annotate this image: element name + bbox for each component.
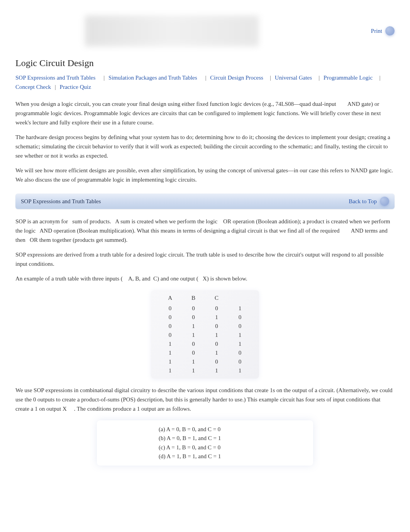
nav-circuit-design[interactable]: Circuit Design Process bbox=[210, 75, 263, 81]
back-to-top-link[interactable]: Back to Top bbox=[349, 198, 377, 205]
table-row: 0010 bbox=[159, 313, 251, 321]
table-row: 1100 bbox=[159, 358, 251, 366]
sop-p3: An example of a truth table with three i… bbox=[15, 274, 395, 283]
cond-d: (d) A = 1, B = 1, and C = 1 bbox=[112, 452, 298, 461]
table-cell: 0 bbox=[206, 322, 227, 330]
table-cell: 1 bbox=[159, 358, 181, 366]
page-title: Logic Circuit Design bbox=[15, 58, 395, 68]
sop-p1: SOP is an acronym for sum of products. A… bbox=[15, 217, 395, 245]
print-link[interactable]: Print bbox=[371, 28, 382, 34]
table-cell: 1 bbox=[159, 340, 181, 348]
col-b: B bbox=[183, 294, 204, 304]
print-section: Print bbox=[371, 26, 395, 36]
section-title: SOP Expressions and Truth Tables bbox=[21, 198, 101, 205]
nav-practice-quiz[interactable]: Practice Quiz bbox=[60, 84, 91, 90]
table-row: 0100 bbox=[159, 322, 251, 330]
print-icon[interactable] bbox=[385, 26, 395, 36]
nav-concept-check[interactable]: Concept Check bbox=[15, 84, 51, 90]
cond-b: (b) A = 0, B = 1, and C = 1 bbox=[112, 434, 298, 443]
nav-universal-gates[interactable]: Universal Gates bbox=[275, 75, 312, 81]
table-cell: 1 bbox=[183, 367, 204, 375]
intro-p2: The hardware design process begins by de… bbox=[15, 133, 395, 160]
table-cell: 0 bbox=[206, 358, 227, 366]
table-cell: 0 bbox=[206, 304, 227, 313]
nav-programmable-logic[interactable]: Programmable Logic bbox=[324, 75, 373, 81]
table-cell: 1 bbox=[229, 340, 251, 348]
table-cell: 1 bbox=[183, 322, 204, 330]
table-cell: 1 bbox=[183, 358, 204, 366]
col-a: A bbox=[159, 294, 181, 304]
cond-a: (a) A = 0, B = 0, and C = 0 bbox=[112, 425, 298, 434]
intro-p3: We will see how more efficient designs a… bbox=[15, 166, 395, 184]
sop-p2: SOP expressions are derived from a truth… bbox=[15, 250, 395, 269]
table-cell: 0 bbox=[183, 313, 204, 321]
truth-table: A B C X 00010010010001111001101011001111 bbox=[151, 290, 259, 379]
table-cell: 1 bbox=[206, 367, 227, 375]
table-row: 1010 bbox=[159, 349, 251, 357]
sop-content-2: We use SOP expressions in combinational … bbox=[15, 386, 395, 413]
header-area: Print bbox=[15, 15, 395, 46]
table-row: 0001 bbox=[159, 304, 251, 313]
table-cell: 0 bbox=[229, 313, 251, 321]
table-cell: 0 bbox=[159, 322, 181, 330]
table-cell: 1 bbox=[206, 313, 227, 321]
sop-content: SOP is an acronym for sum of products. A… bbox=[15, 217, 395, 283]
table-cell: 1 bbox=[229, 304, 251, 313]
banner-image bbox=[85, 15, 259, 46]
table-cell: 0 bbox=[183, 340, 204, 348]
table-cell: 0 bbox=[159, 304, 181, 313]
intro-p1: When you design a logic circuit, you can… bbox=[15, 99, 395, 127]
table-cell: 0 bbox=[229, 322, 251, 330]
nav-links: SOP Expressions and Truth Tables | Simul… bbox=[15, 73, 395, 92]
table-cell: 1 bbox=[159, 367, 181, 375]
table-cell: 0 bbox=[229, 358, 251, 366]
table-row: 1001 bbox=[159, 340, 251, 348]
table-row: 0111 bbox=[159, 331, 251, 339]
table-cell: 0 bbox=[183, 304, 204, 313]
table-cell: 1 bbox=[159, 349, 181, 357]
table-cell: 0 bbox=[159, 313, 181, 321]
sop-p4: We use SOP expressions in combinational … bbox=[15, 386, 395, 413]
table-cell: 0 bbox=[183, 349, 204, 357]
table-cell: 1 bbox=[229, 331, 251, 339]
table-cell: 0 bbox=[229, 349, 251, 357]
table-cell: 1 bbox=[206, 349, 227, 357]
table-row: 1111 bbox=[159, 367, 251, 375]
table-cell: 0 bbox=[206, 340, 227, 348]
table-cell: 0 bbox=[159, 331, 181, 339]
table-header-row: A B C X bbox=[159, 294, 251, 304]
table-cell: 1 bbox=[183, 331, 204, 339]
condition-box: (a) A = 0, B = 0, and C = 0 (b) A = 0, B… bbox=[97, 420, 313, 466]
cond-c: (c) A = 1, B = 0, and C = 0 bbox=[112, 443, 298, 452]
nav-sop[interactable]: SOP Expressions and Truth Tables bbox=[15, 75, 95, 81]
col-c: C bbox=[206, 294, 227, 304]
intro-content: When you design a logic circuit, you can… bbox=[15, 99, 395, 184]
table-cell: 1 bbox=[229, 367, 251, 375]
nav-simulation[interactable]: Simulation Packages and Truth Tables bbox=[108, 75, 197, 81]
table-cell: 1 bbox=[206, 331, 227, 339]
section-header-sop: SOP Expressions and Truth Tables Back to… bbox=[15, 194, 395, 209]
back-to-top-icon[interactable] bbox=[380, 197, 389, 206]
